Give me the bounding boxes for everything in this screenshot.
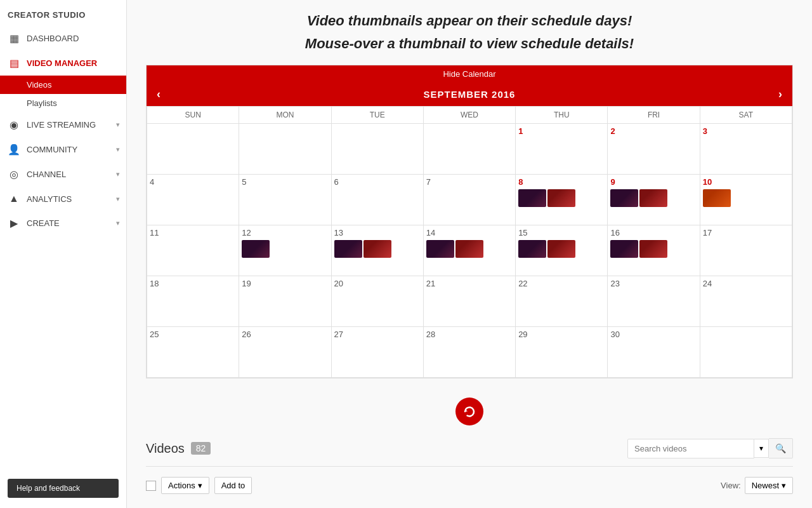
video-thumbnail[interactable] (426, 240, 454, 258)
channel-icon: ◎ (8, 168, 20, 180)
day-number: 5 (242, 177, 328, 187)
actions-button[interactable]: Actions ▾ (161, 477, 209, 494)
sidebar-header: CREATOR STUDIO (0, 0, 126, 26)
prev-month-button[interactable]: ‹ (157, 88, 160, 101)
main-content: Video thumbnails appear on their schedul… (127, 0, 812, 508)
videos-label: Videos (146, 441, 185, 456)
calendar-cell (423, 124, 515, 175)
video-thumbnail[interactable] (610, 240, 638, 258)
calendar-month: SEPTEMBER 2016 (424, 89, 516, 100)
calendar-cell: 4 (147, 175, 239, 225)
thumbnail-row (518, 189, 605, 207)
calendar-cell: 16 (608, 225, 700, 276)
select-all-checkbox[interactable] (146, 481, 156, 491)
search-dropdown-button[interactable]: ▾ (754, 439, 769, 458)
video-thumbnail[interactable] (639, 240, 667, 258)
calendar-cell: 28 (423, 327, 515, 378)
help-feedback-button[interactable]: Help and feedback (8, 479, 119, 498)
video-thumbnail[interactable] (334, 240, 362, 258)
video-thumbnail[interactable] (547, 240, 575, 258)
sidebar-item-create[interactable]: ▶ CREATE ▾ (0, 211, 126, 236)
videos-section: Videos 82 ▾ 🔍 Actions ▾ Add to View: (127, 432, 812, 507)
chevron-down-icon: ▾ (116, 195, 120, 203)
live-streaming-icon: ◉ (8, 119, 20, 131)
header-text: Video thumbnails appear on their schedul… (127, 0, 812, 58)
videos-count: 82 (191, 442, 211, 455)
search-button[interactable]: 🔍 (769, 438, 793, 458)
add-to-button[interactable]: Add to (214, 477, 252, 494)
search-input[interactable] (627, 439, 754, 458)
calendar-cell: 5 (239, 175, 331, 225)
hide-calendar-button[interactable]: Hide Calendar (147, 65, 792, 83)
dashboard-icon: ▦ (8, 32, 20, 44)
calendar-day-header: TUE (331, 107, 423, 124)
actions-chevron-icon: ▾ (198, 481, 202, 490)
calendar-grid: SUNMONTUEWEDTHUFRISAT 123456789101112131… (147, 106, 792, 378)
section-divider (146, 466, 793, 467)
day-number: 10 (703, 177, 789, 187)
video-thumbnail[interactable] (455, 240, 483, 258)
calendar-cell: 2 (608, 124, 700, 175)
calendar-cell: 13 (331, 225, 423, 276)
sidebar-item-community[interactable]: 👤 COMMUNITY ▾ (0, 137, 126, 162)
video-thumbnail[interactable] (363, 240, 391, 258)
header-line1: Video thumbnails appear on their schedul… (146, 13, 793, 29)
thumbnail-row (518, 240, 605, 258)
chevron-down-icon: ▾ (116, 170, 120, 178)
video-thumbnail[interactable] (703, 189, 731, 207)
video-thumbnail[interactable] (610, 189, 638, 207)
calendar-cell: 6 (331, 175, 423, 225)
day-number: 9 (610, 177, 697, 187)
sidebar-item-label: DASHBOARD (27, 34, 79, 43)
day-number: 28 (426, 330, 513, 339)
sidebar-item-channel[interactable]: ◎ CHANNEL ▾ (0, 162, 126, 187)
day-number: 26 (242, 330, 328, 339)
thumbnail-row (426, 240, 513, 258)
community-icon: 👤 (8, 144, 20, 156)
next-month-button[interactable]: › (778, 88, 782, 101)
view-label: View: (721, 481, 741, 490)
sidebar-subitem-videos[interactable]: Videos (0, 76, 126, 94)
calendar-cell: 23 (608, 276, 700, 327)
day-number: 11 (150, 228, 236, 237)
sidebar-item-label: ANALYTICS (27, 194, 72, 204)
newest-sort-button[interactable]: Newest ▾ (745, 477, 793, 494)
thumbnail-row (703, 189, 789, 207)
search-container: ▾ 🔍 (627, 438, 793, 458)
day-number: 15 (518, 228, 605, 237)
sidebar-subitem-playlists[interactable]: Playlists (0, 94, 126, 112)
day-number: 16 (610, 228, 697, 237)
calendar-cell (239, 124, 331, 175)
video-thumbnail[interactable] (547, 189, 575, 207)
calendar-cell: 30 (608, 327, 700, 378)
sidebar-item-video-manager[interactable]: ▤ VIDEO MANAGER (0, 51, 126, 76)
day-number: 3 (703, 126, 789, 136)
video-thumbnail[interactable] (518, 189, 546, 207)
sidebar-item-label: COMMUNITY (27, 145, 77, 154)
sidebar-item-live-streaming[interactable]: ◉ LIVE STREAMING ▾ (0, 112, 126, 137)
sidebar-item-dashboard[interactable]: ▦ DASHBOARD (0, 26, 126, 51)
actions-row: Actions ▾ Add to View: Newest ▾ (146, 477, 793, 494)
calendar-cell (331, 124, 423, 175)
day-number: 17 (703, 228, 789, 237)
calendar-cell: 22 (516, 276, 608, 327)
newest-chevron-icon: ▾ (782, 481, 786, 490)
refresh-button[interactable] (455, 398, 483, 425)
calendar-cell: 1 (516, 124, 608, 175)
calendar-day-header: SUN (147, 107, 239, 124)
calendar-day-header: FRI (608, 107, 700, 124)
calendar-cell: 18 (147, 276, 239, 327)
video-thumbnail[interactable] (639, 189, 667, 207)
calendar-cell: 9 (608, 175, 700, 225)
header-line2: Mouse-over a thumbnail to view schedule … (146, 36, 793, 52)
calendar-cell: 15 (516, 225, 608, 276)
day-number: 27 (334, 330, 421, 339)
day-number: 8 (518, 177, 605, 187)
thumbnail-row (610, 240, 697, 258)
day-number: 1 (518, 126, 605, 136)
video-thumbnail[interactable] (242, 240, 270, 258)
calendar-cell: 19 (239, 276, 331, 327)
sidebar-item-analytics[interactable]: ▲ ANALYTICS ▾ (0, 187, 126, 211)
video-thumbnail[interactable] (518, 240, 546, 258)
day-number: 4 (150, 177, 236, 187)
